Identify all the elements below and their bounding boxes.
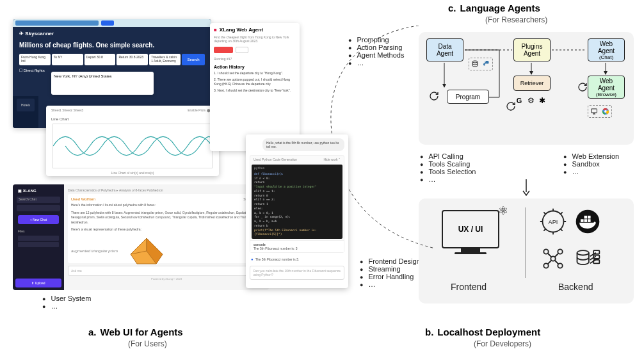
web-ui-mockups: ✈ Skyscanner Millions of cheap flights. … [13,19,301,288]
data-agent-box: DataAgent [426,38,463,61]
arrow-down-icon [520,179,533,196]
svg-rect-2 [592,109,597,113]
frontend-label: Frontend [451,282,487,292]
svg-rect-29 [593,250,599,254]
prism-caption: augmented triangular prism [71,249,118,253]
travellers-field[interactable]: Travellers & cabin 1 Adult, Economy [149,54,181,65]
chart-title: Line Chart [49,116,216,122]
data-agent-icons [469,58,493,70]
mock-code-chat: Hello, what is the 5th fib number, use p… [246,134,348,288]
file-item[interactable] [18,236,59,241]
svg-point-1 [485,61,486,62]
files-label: Files [15,228,61,234]
footer: Powered by XLang © 2023 [68,277,265,280]
file-item[interactable] [18,242,59,247]
svg-rect-31 [593,260,599,264]
network-icon [539,245,567,275]
used-wolfram: Used Wolfram [71,197,95,201]
chat-item[interactable] [17,205,60,211]
mock-xlang-agent: XLang Web Agent Find the cheapest flight… [210,23,300,151]
browse-icons [588,105,612,118]
answer-text: There are 12 polyhedra with 8 faces: Aug… [71,211,262,225]
bullets-researchers: Prompting Action Parsing Agent Methods … [348,36,404,67]
sheet-tabs[interactable]: Sheet1 Sheet2 Sheet3 [51,108,83,116]
action-item: 2. There are options popped out, I shoul… [214,77,296,86]
bullets-api: API Calling Tools Scaling Tools Selectio… [420,152,476,183]
skyscanner-brand: ✈ Skyscanner [13,27,211,40]
main-panel: Data Characteristics of Polyhedra ▸ Anal… [64,184,269,290]
section-c-subtitle: (For Researchers) [485,15,547,24]
google-icon: G [515,96,524,105]
svg-point-21 [543,263,548,268]
return-field[interactable]: Return 30.8.2023 [117,54,148,65]
bullets-user: User System … [42,295,91,310]
skyscanner-hero: Millions of cheap flights. One simple se… [13,40,211,54]
xlang-title: XLang Web Agent [214,27,296,33]
svg-point-22 [558,263,562,268]
section-c-title: c.Language Agents [448,3,540,13]
plugin-tool-icons: G ⚙ ✱ [515,96,547,105]
backend-icons: API [539,207,602,275]
user-message: Hello, what is the 5th fib number, use p… [262,138,344,151]
svg-point-23 [551,256,555,261]
svg-point-19 [543,249,548,254]
svg-rect-17 [584,216,588,219]
refresh-icon-data [429,91,439,104]
program-box: Program [447,90,489,104]
action-item: 3. Next, I should set the destination ci… [214,88,296,93]
upload-button[interactable]: ⬆ Upload [15,279,61,287]
bullets-frontend: Frontend Design Streaming Error Handling… [360,257,421,288]
from-field[interactable]: From Hong Kong Intl [19,54,51,65]
location-popup[interactable]: New York, NY (Any) United States [51,72,154,95]
breadcrumb: Data Characteristics of Polyhedra ▸ Anal… [68,188,265,192]
svg-point-0 [472,61,478,63]
new-chat-button[interactable]: + New Chat [18,215,59,224]
secondary-button[interactable] [236,47,248,53]
prism-shape [124,235,169,267]
svg-point-28 [577,250,589,255]
code-box: python def fibonacci(n): if n < 0: retur… [252,165,342,239]
depart-field[interactable]: Depart 30.8 [85,54,116,65]
action-item: 1. I should set the departure city to "H… [214,71,296,76]
answer-head: Here's the information I found about pol… [71,203,262,208]
sidebar: ▣ XLANG Search Chat + New Chat Files ⬆ U… [13,184,64,290]
svg-rect-14 [581,219,584,222]
backend-label: Backend [558,282,593,292]
svg-line-27 [555,261,559,264]
section-b-title: b.Localhost Deployment [425,327,540,337]
hotels-tab[interactable]: Hotels [17,99,35,111]
search-chat[interactable]: Search Chat [17,197,60,203]
svg-line-25 [555,254,559,257]
gear-icon: ⚙ [526,96,535,105]
answer-sub: Here's a visual representation of these … [71,227,262,232]
svg-point-20 [558,249,562,254]
section-b-subtitle: (For Developers) [474,339,531,348]
plugins-agent-box: PluginsAgent [513,38,551,61]
chrome-icon [601,107,610,116]
python-icon [482,60,491,69]
chat-input[interactable]: Ask me [68,266,265,276]
action-history-title: Action History [214,65,296,69]
section-a-subtitle: (For Users) [128,339,167,348]
bullets-webext: Web Extension Sandbox … [563,152,619,175]
database-icon [471,60,479,69]
code-block: Used Python Code Generation Hide work ˄ … [250,155,344,253]
web-agent-browse-box: WebAgent (Browse) [588,76,625,99]
search-button[interactable]: Search [182,54,205,65]
server-stack-icon [574,245,602,275]
refresh-icon-web [577,82,588,95]
hide-work[interactable]: Hide work ˄ [323,158,341,161]
mock-xlang-main: ▣ XLANG Search Chat + New Chat Files ⬆ U… [13,184,269,290]
used-python: Used Python Code Generation [254,158,297,161]
stop-button[interactable] [214,47,233,53]
monitor-icon [590,107,599,116]
svg-line-26 [548,261,552,264]
mock-chart-panel: Sheet1 Sheet2 Sheet3 Enable Plots ⬤ ⊕ Li… [46,106,219,176]
docker-icon [574,207,602,238]
to-field[interactable]: To NY [52,54,83,65]
svg-rect-15 [584,219,588,222]
section-a-title: a.Web UI for Agents [88,327,183,337]
chat-input-2[interactable]: Can you calculate the 10th number in the… [250,266,344,280]
console-output: The 5th Fibonacci number is: 3 [254,247,341,250]
chart-footer: Line Chart of sin(x) and cos(x) [49,170,216,175]
